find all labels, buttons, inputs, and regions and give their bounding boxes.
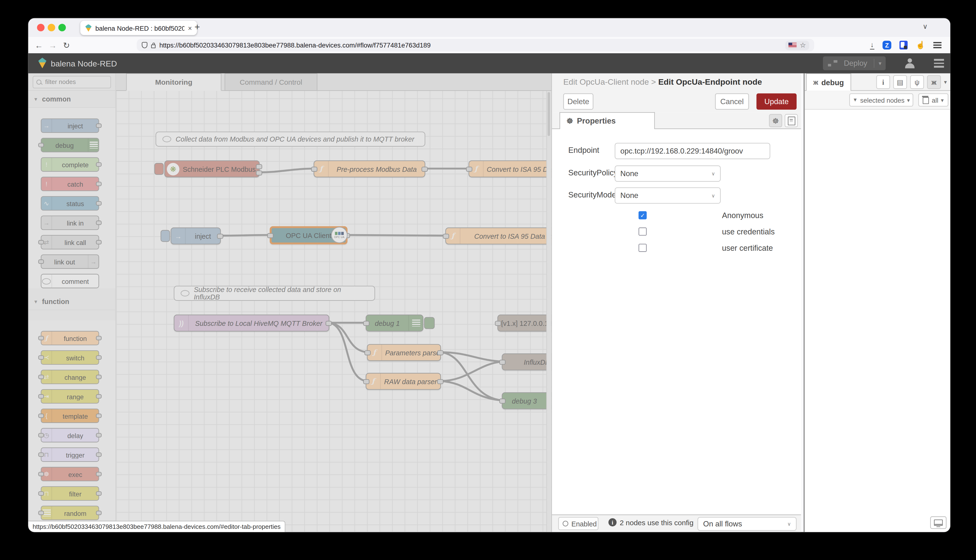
edit-config-panel: Edit OpcUa-Client node > Edit OpcUa-Endp… (552, 73, 801, 532)
lock-icon (151, 44, 155, 48)
user-icon[interactable] (905, 58, 914, 68)
deploy-caret-icon[interactable]: ▾ (874, 60, 886, 67)
list-tabs-icon[interactable]: ∨ (923, 23, 928, 31)
help-tab-button[interactable]: ▤ (893, 75, 907, 89)
back-button[interactable]: ← (32, 40, 46, 50)
endpoint-input[interactable] (615, 143, 770, 159)
config-usage: i 2 nodes use this config (608, 518, 694, 527)
use-credentials-checkbox[interactable] (638, 227, 647, 236)
info-icon: i (882, 78, 884, 86)
tab-label: Properties (577, 117, 616, 125)
debug-clear-button[interactable]: all ▾ (918, 93, 948, 107)
anonymous-label: Anonymous (722, 211, 763, 220)
chevron-down-icon: ▾ (907, 97, 910, 103)
info-icon: i (608, 518, 617, 527)
endpoint-label: Endpoint (568, 146, 599, 155)
sidebar-tabbar: ж debug i ▤ ψ ж ▾ (805, 73, 950, 91)
debug-filter-button[interactable]: ▼ selected nodes ▾ (849, 93, 913, 107)
context-tab-button[interactable]: ψ (910, 75, 924, 89)
browser-navbar: ← → ↻ https://b60bf502033463079813e803be… (28, 37, 950, 53)
breadcrumb-parent[interactable]: Edit OpcUa-Client node (563, 77, 649, 87)
selected-value: None (620, 169, 638, 178)
enabled-toggle[interactable]: Enabled (558, 517, 598, 530)
debug-tab-button[interactable]: ж (927, 75, 941, 89)
tab-title: balena Node-RED : b60bf5020 (95, 24, 184, 32)
chevron-down-icon: ∨ (787, 521, 791, 527)
open-console-button[interactable] (930, 516, 946, 529)
update-button[interactable]: Update (757, 93, 797, 110)
link-status-bar: https://b60bf502033463079813e803bee77988… (28, 521, 286, 532)
edit-properties-icon-button[interactable]: ☸ (769, 114, 782, 127)
breadcrumb-separator: > (651, 77, 656, 87)
debug-filter-row: ▼ selected nodes ▾ all ▾ (805, 91, 950, 110)
browser-tab[interactable]: balena Node-RED : b60bf5020 × (80, 21, 197, 35)
close-window-button[interactable] (37, 24, 44, 31)
bookmark-star-icon[interactable]: ☆ (800, 42, 806, 49)
url-bar[interactable]: https://b60bf502033463079813e803bee77988… (137, 39, 814, 51)
minimize-window-button[interactable] (48, 24, 55, 31)
deploy-icon (828, 60, 837, 67)
browser-toolbar-icons: ↓ Z ☝ (870, 37, 941, 53)
book-icon: ▤ (897, 78, 903, 86)
enabled-label: Enabled (572, 520, 597, 527)
reload-button[interactable]: ↻ (60, 40, 73, 50)
new-tab-button[interactable]: + (194, 22, 200, 32)
browser-menu-icon[interactable] (933, 42, 941, 48)
info-tab-button[interactable]: i (876, 75, 890, 89)
nodered-header: balena Node-RED Deploy ▾ (28, 53, 950, 73)
workspace: ▾ common → inject debug ! complete (28, 73, 950, 532)
gear-icon: ☸ (772, 117, 779, 124)
user-certificate-checkbox[interactable] (638, 244, 647, 252)
downloads-icon[interactable]: ↓ (870, 41, 874, 49)
extension-thumb-icon[interactable]: ☝ (916, 41, 925, 50)
delete-button[interactable]: Delete (563, 93, 593, 110)
us-flag-icon[interactable] (789, 43, 797, 48)
bug-icon: ж (932, 79, 936, 86)
edit-description-icon-button[interactable] (785, 114, 798, 127)
user-certificate-label: user certificate (722, 244, 773, 253)
url-text: https://b60bf502033463079813e803bee77988… (159, 41, 782, 49)
security-mode-select[interactable]: None ∨ (615, 187, 721, 204)
monitor-icon (934, 520, 943, 526)
document-icon (787, 116, 795, 125)
gear-icon: ☸ (566, 117, 573, 125)
app-title: balena Node-RED (51, 59, 117, 68)
tab-close-icon[interactable]: × (188, 24, 192, 32)
edit-tabbar: ☸ Properties ☸ (552, 112, 801, 129)
nodered-menu-icon[interactable] (934, 59, 944, 67)
password-extension-icon[interactable] (899, 41, 907, 50)
chevron-down-icon: ∨ (711, 171, 715, 177)
sidebar-menu-caret-icon[interactable]: ▾ (944, 79, 947, 85)
security-policy-select[interactable]: None ∨ (615, 165, 721, 182)
editor-shade-overlay (28, 73, 552, 532)
security-mode-label: SecurityMode (568, 190, 616, 199)
browser-window: balena Node-RED : b60bf5020 × + ∨ ← → ↻ … (28, 18, 950, 532)
balena-logo-icon (38, 58, 46, 68)
anonymous-checkbox[interactable]: ✓ (638, 211, 647, 219)
deploy-button[interactable]: Deploy ▾ (823, 57, 886, 70)
chevron-down-icon: ∨ (711, 193, 715, 198)
selected-value: None (620, 191, 638, 200)
z-extension-icon[interactable]: Z (882, 41, 891, 50)
urlbar-extras: ☆ (785, 40, 809, 50)
browser-tabstrip: balena Node-RED : b60bf5020 × + ∨ (28, 18, 950, 37)
breadcrumb-current: Edit OpcUa-Endpoint node (658, 77, 762, 87)
sidebar-tab-debug[interactable]: ж debug (806, 73, 851, 91)
cancel-button[interactable]: Cancel (715, 93, 749, 110)
config-scope-select[interactable]: On all flows ∨ (697, 517, 797, 531)
usage-text: 2 nodes use this config (620, 518, 694, 526)
edit-footer: Enabled i 2 nodes use this config On all… (552, 514, 801, 532)
branch-icon: ψ (914, 78, 919, 86)
chevron-down-icon: ▾ (941, 97, 944, 103)
bug-icon: ж (813, 79, 818, 86)
screen: balena Node-RED : b60bf5020 × + ∨ ← → ↻ … (0, 0, 976, 560)
deploy-label: Deploy (837, 59, 874, 68)
sidebar-tab-label: debug (821, 78, 844, 87)
enabled-circle-icon (563, 521, 568, 527)
zoom-window-button[interactable] (58, 24, 66, 31)
tab-properties[interactable]: ☸ Properties (560, 112, 655, 129)
use-credentials-label: use credentials (722, 227, 775, 236)
status-url-text: https://b60bf502033463079813e803bee77988… (33, 523, 281, 530)
forward-button[interactable]: → (46, 40, 60, 50)
tracking-shield-icon[interactable] (142, 42, 147, 48)
